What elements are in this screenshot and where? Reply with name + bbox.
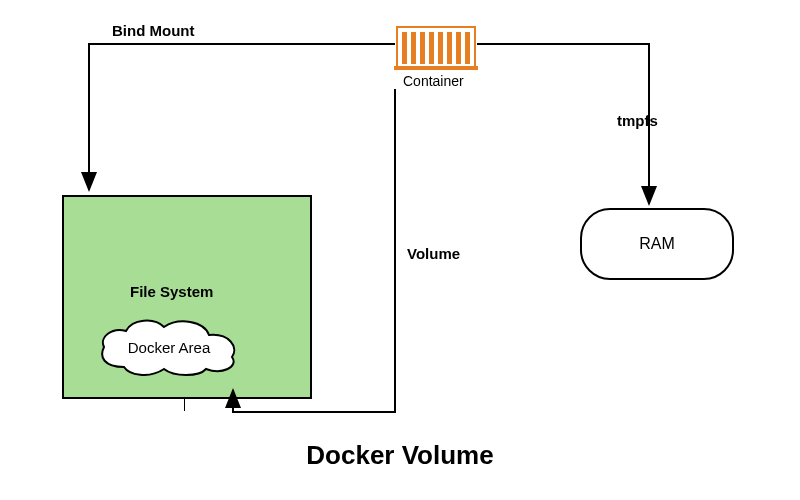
ram-capsule: RAM bbox=[580, 208, 734, 280]
docker-area-label: Docker Area bbox=[128, 339, 211, 356]
fs-tick bbox=[184, 397, 185, 411]
diagram-canvas: Container Bind Mount tmpfs Volume File S… bbox=[0, 0, 800, 500]
docker-area-cloud: Docker Area bbox=[94, 317, 244, 377]
container-icon bbox=[396, 26, 476, 70]
filesystem-label: File System bbox=[130, 283, 213, 300]
bind-mount-label: Bind Mount bbox=[112, 22, 194, 39]
container-label: Container bbox=[403, 73, 464, 89]
tmpfs-label: tmpfs bbox=[617, 112, 658, 129]
ram-label: RAM bbox=[639, 235, 675, 253]
diagram-title: Docker Volume bbox=[0, 440, 800, 471]
container-base bbox=[394, 66, 478, 70]
volume-label: Volume bbox=[407, 245, 460, 262]
